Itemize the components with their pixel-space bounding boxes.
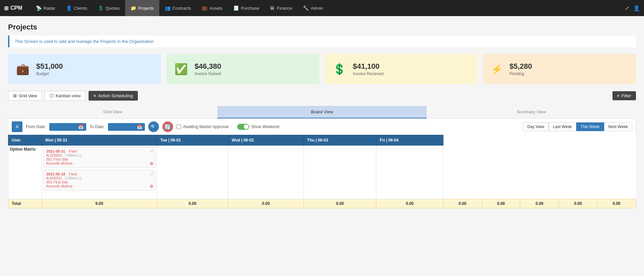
toolbar-menu-button[interactable]: ≡ — [12, 121, 22, 132]
awaiting-approval-checkbox[interactable] — [176, 124, 181, 129]
scheduler-toolbar: ≡ From Date: 📅 To Date: 📅 🔍 🔄 Awaiting M… — [8, 118, 636, 135]
projects-icon: 📁 — [130, 5, 136, 11]
filter-button[interactable]: ≡ Filter — [612, 91, 636, 100]
assets-icon: 💼 — [202, 5, 207, 11]
total-wed-2: 0.00 — [443, 199, 482, 208]
add-card-icon[interactable]: ⊕ — [150, 161, 154, 166]
show-weekend-toggle[interactable] — [237, 124, 249, 130]
nav-finance-label: Finance — [277, 6, 292, 11]
total-thu-1: 0.00 — [482, 199, 520, 208]
budget-label: Budget — [36, 71, 63, 76]
invoice-received-label: Invoice Recieved — [353, 71, 383, 76]
radar-icon: 📡 — [36, 5, 42, 11]
th-wed: Wed | 06-02 — [228, 135, 304, 146]
action-scheduling-label: Action Scheduling — [98, 93, 133, 98]
total-tue-1: 0.00 — [228, 199, 304, 208]
this-week-button[interactable]: This Week — [576, 122, 604, 131]
user-cell: Option Matrix — [8, 146, 42, 199]
fri-cell — [376, 146, 443, 199]
view-buttons-bar: ⊞ Grid view ☐ Kanban view ≡ Action Sched… — [8, 91, 636, 101]
search-button[interactable]: 🔍 — [148, 121, 159, 132]
stat-card-budget: 💼 $51,000 Budget — [8, 54, 161, 84]
stat-card-pending: ⚡ $5,280 Pending — [483, 54, 636, 84]
pending-label: Pending — [509, 71, 532, 76]
action-scheduling-icon: ≡ — [94, 93, 96, 98]
card-site: 001 First Site — [46, 180, 152, 184]
nav-finance[interactable]: 🏛 Finance — [265, 0, 298, 16]
last-week-button[interactable]: Last Week — [549, 122, 576, 131]
kanban-view-button[interactable]: ☐ Kanban view — [45, 91, 86, 101]
user-icon[interactable]: 👤 — [633, 5, 640, 11]
grid-view-label: Grid view — [19, 93, 37, 98]
tab-board-view-label: Board View — [311, 109, 333, 114]
nav-assets[interactable]: 💼 Assets — [196, 0, 228, 16]
tab-grid-view[interactable]: Grid View — [8, 106, 217, 118]
to-date-calendar-icon: 📅 — [137, 124, 142, 129]
top-navigation: ⊞ CPM 📡 Radar 👤 Clients 💲 Quotes 📁 Proje… — [0, 0, 644, 16]
nav-radar-label: Radar — [44, 6, 55, 11]
add-card-icon[interactable]: ⊕ — [150, 183, 154, 189]
thu-cell — [304, 146, 376, 199]
page-title: Projects — [8, 23, 636, 32]
total-wed-1: 0.00 — [376, 199, 443, 208]
next-week-button[interactable]: Next Week — [604, 122, 632, 131]
refresh-button[interactable]: 🔄 — [162, 121, 173, 132]
nav-quotes[interactable]: 💲 Quotes — [93, 0, 125, 16]
budget-value: $51,000 — [36, 62, 63, 71]
stat-card-invoice-received: 💲 $41,100 Invoice Recieved — [325, 54, 478, 84]
this-week-label: This Week — [581, 124, 599, 129]
awaiting-approval-label: Awaiting Master Approval — [183, 124, 228, 129]
tab-summary-view[interactable]: Summary View — [427, 106, 636, 118]
logo-text: CPM — [10, 5, 22, 11]
quotes-icon: 💲 — [98, 5, 104, 11]
grid-view-icon: ⊞ — [13, 93, 17, 98]
awaiting-approval-area: Awaiting Master Approval — [176, 124, 228, 129]
stat-card-invoice-raised: ✅ $46,380 Invoice Raised — [166, 54, 319, 84]
admin-icon: 🔧 — [303, 5, 309, 11]
fullscreen-icon[interactable]: ⤢ — [625, 5, 629, 11]
table-header-row: User Mon | 05-31 Tue | 06-01 Wed | 06-02… — [8, 135, 636, 146]
nav-projects[interactable]: 📁 Projects — [125, 0, 159, 16]
grid-view-button[interactable]: ⊞ Grid view — [8, 91, 42, 101]
nav-admin[interactable]: 🔧 Admin — [298, 0, 328, 16]
nav-clients[interactable]: 👤 Clients — [61, 0, 93, 16]
app-logo: ⊞ CPM — [4, 5, 22, 11]
th-fri: Fri | 06-04 — [376, 135, 443, 146]
nav-radar[interactable]: 📡 Radar — [31, 0, 61, 16]
purchase-icon: 🧾 — [233, 5, 239, 11]
filter-label: Filter — [622, 93, 631, 98]
nav-purchase-label: Purchase — [241, 6, 259, 11]
pending-value: $5,280 — [509, 62, 532, 71]
card-person: Kenneth McKee — [46, 184, 152, 188]
mon-cell: ⤢ 2021-05-31 Field A-025021 7.00hrs (-) … — [42, 146, 157, 199]
tue-cell — [157, 146, 228, 199]
tab-board-view[interactable]: Board View — [217, 106, 427, 118]
last-week-label: Last Week — [553, 124, 572, 129]
to-date-input[interactable]: 📅 — [108, 123, 145, 131]
invoice-received-icon: 💲 — [333, 63, 346, 75]
from-date-input[interactable]: 📅 — [49, 123, 86, 131]
nav-quotes-label: Quotes — [106, 6, 120, 11]
from-date-calendar-icon: 📅 — [78, 124, 84, 129]
to-date-label: To Date: — [90, 124, 105, 129]
total-row: Total 9.00 0.00 0.00 0.00 0.00 0.00 0.00… — [8, 199, 636, 208]
invoice-raised-value: $46,380 — [195, 62, 221, 71]
th-thu: Thu | 06-03 — [304, 135, 376, 146]
drag-handle-icon[interactable]: ⤢ — [151, 171, 154, 176]
nav-contracts[interactable]: 👥 Contracts — [159, 0, 197, 16]
show-weekend-label: Show Weekend — [251, 124, 279, 129]
day-view-label: Day View — [527, 124, 544, 129]
total-label: Total — [8, 199, 42, 208]
th-tue: Tue | 06-01 — [157, 135, 228, 146]
board-tabs: Grid View Board View Summary View — [8, 106, 636, 118]
drag-handle-icon[interactable]: ⤢ — [151, 149, 154, 153]
day-view-button[interactable]: Day View — [523, 122, 548, 131]
invoice-received-value: $41,100 — [353, 62, 383, 71]
nav-admin-label: Admin — [311, 6, 323, 11]
nav-clients-label: Clients — [74, 6, 87, 11]
action-scheduling-button[interactable]: ≡ Action Scheduling — [89, 91, 138, 101]
nav-purchase[interactable]: 🧾 Purchase — [228, 0, 265, 16]
contracts-icon: 👥 — [165, 5, 170, 11]
stat-cards-container: 💼 $51,000 Budget ✅ $46,380 Invoice Raise… — [8, 54, 636, 84]
from-date-label: From Date: — [26, 124, 46, 129]
